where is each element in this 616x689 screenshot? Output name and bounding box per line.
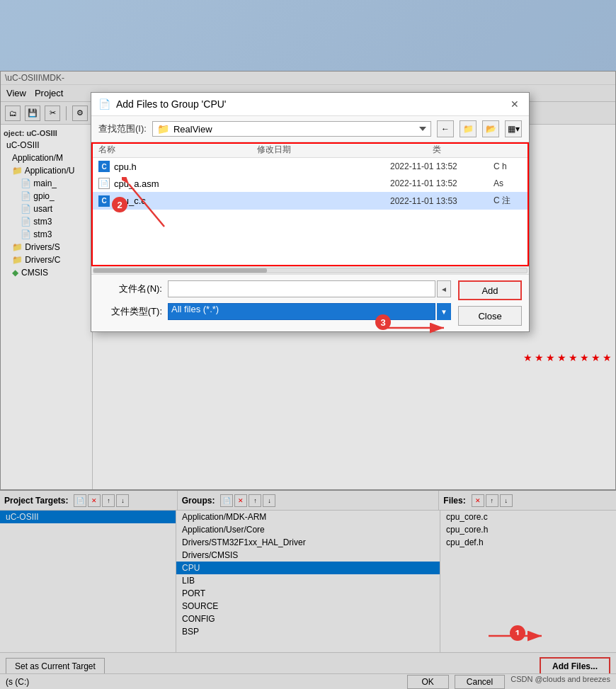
filetype-cpu-asm: As	[494, 178, 522, 188]
nav-back-btn[interactable]: ←	[437, 120, 454, 137]
dialog-inputs: 文件名(N): ◄ 文件类型(T): All files (*.*) ▼	[98, 280, 451, 326]
dialog-title: 📄 Add Files to Group 'CPU'	[98, 98, 227, 110]
dialog-title-icon: 📄	[98, 98, 110, 110]
dialog-titlebar: 📄 Add Files to Group 'CPU' ✕	[91, 93, 529, 116]
col-date: 修改日期	[257, 144, 291, 156]
file-item-cpu-asm[interactable]: 📄 cpu_a.asm 2022-11-01 13:52 As	[91, 175, 529, 192]
filename-cpu-h: cpu.h	[114, 161, 386, 172]
badge-3: 3	[375, 314, 391, 330]
filename-collapse-btn[interactable]: ◄	[437, 280, 451, 297]
filename-cpu-asm: cpu_a.asm	[114, 178, 386, 189]
col-type: 类	[433, 144, 441, 156]
dialog-action-buttons: Add Close	[451, 280, 522, 326]
filedate-cpu-c: 2022-11-01 13:53	[390, 196, 489, 206]
add-action-btn[interactable]: Add	[458, 280, 522, 300]
file-icon-c1: C	[98, 161, 110, 172]
dialog-bottom-area: 文件名(N): ◄ 文件类型(T): All files (*.*) ▼	[91, 275, 529, 331]
scrollbar-track	[93, 268, 527, 273]
badge-2: 2	[112, 197, 127, 212]
scrollbar-thumb	[93, 268, 267, 273]
filename-cpu-c: cpu_c.c	[114, 195, 386, 206]
filetype-dropdown-arrow[interactable]: ▼	[437, 303, 451, 320]
file-item-cpu-h[interactable]: C cpu.h 2022-11-01 13:52 C h	[91, 158, 529, 175]
filetype-cpu-h: C h	[494, 161, 522, 171]
filetype-select[interactable]: All files (*.*)	[168, 303, 435, 320]
nav-new-folder-btn[interactable]: 📂	[482, 120, 499, 137]
folder-name: RealView	[173, 124, 212, 135]
filename-label: 文件名(N):	[98, 283, 162, 295]
filetype-select-container: All files (*.*) ▼	[168, 303, 451, 320]
file-browser-dialog: 📄 Add Files to Group 'CPU' ✕ 查找范围(I): 📁 …	[91, 92, 530, 332]
dialog-overlay: 📄 Add Files to Group 'CPU' ✕ 查找范围(I): 📁 …	[0, 0, 616, 689]
file-list-empty-space	[91, 210, 529, 266]
file-icon-asm: 📄	[98, 178, 110, 189]
filename-row: 文件名(N): ◄	[98, 280, 451, 297]
file-list-area: C cpu.h 2022-11-01 13:52 C h 📄 cpu_a.asm…	[91, 158, 529, 266]
folder-selector[interactable]: 📁 RealView	[152, 121, 431, 137]
folder-icon: 📁	[157, 123, 169, 135]
file-list-header: 名称 修改日期 类	[91, 142, 529, 158]
scrollbar-area[interactable]	[91, 266, 529, 275]
badge-1: 1	[510, 625, 525, 641]
filedate-cpu-h: 2022-11-01 13:52	[390, 161, 489, 171]
dialog-toolbar: 查找范围(I): 📁 RealView ← 📁 📂 ▦▾	[91, 116, 529, 142]
filename-input[interactable]	[168, 280, 435, 297]
file-item-cpu-c[interactable]: C cpu_c.c 2022-11-01 13:53 C 注	[91, 192, 529, 210]
filetype-label: 文件类型(T):	[98, 305, 162, 318]
file-list-container: 名称 修改日期 类 C cpu.h 2022-11-01 13:52 C h 📄	[91, 142, 529, 266]
dialog-close-x-btn[interactable]: ✕	[508, 97, 522, 111]
nav-view-btn[interactable]: ▦▾	[505, 120, 522, 137]
folder-dropdown-arrow	[419, 127, 426, 131]
filedate-cpu-asm: 2022-11-01 13:52	[390, 178, 489, 188]
search-label: 查找范围(I):	[98, 123, 147, 135]
filetype-row: 文件类型(T): All files (*.*) ▼	[98, 303, 451, 320]
filetype-cpu-c: C 注	[494, 195, 522, 207]
dialog-title-text: Add Files to Group 'CPU'	[116, 98, 227, 110]
file-icon-c2: C	[98, 195, 110, 207]
nav-folder-btn[interactable]: 📁	[460, 120, 477, 137]
close-action-btn[interactable]: Close	[458, 306, 522, 326]
col-name: 名称	[98, 144, 115, 156]
